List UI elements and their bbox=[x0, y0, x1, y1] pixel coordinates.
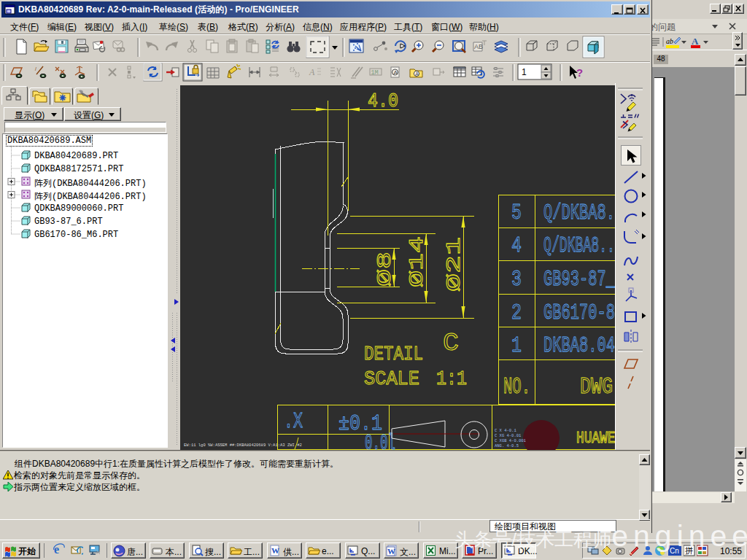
svg-text:SCALE: SCALE bbox=[364, 368, 419, 390]
svg-text:/: / bbox=[35, 66, 36, 71]
svg-text:W: W bbox=[387, 547, 395, 556]
svg-text:Q/DKBA8..: Q/DKBA8.. bbox=[543, 233, 615, 258]
svg-text:1: 1 bbox=[511, 333, 522, 358]
svg-text:EW:11 lg0 %W:ASSEM ##:DKBA80: EW:11 lg0 %W:ASSEM ##:DKBA80420689 V:A1:… bbox=[184, 443, 302, 448]
svg-text:DETAIL: DETAIL bbox=[364, 343, 423, 365]
svg-text:0.0l: 0.0l bbox=[365, 432, 395, 450]
svg-text:Ø8: Ø8 bbox=[374, 252, 396, 287]
svg-text:4: 4 bbox=[511, 233, 522, 258]
svg-text:?: ? bbox=[576, 66, 583, 79]
svg-text:DKBA8.04: DKBA8.04 bbox=[543, 333, 615, 358]
svg-text:1: 1 bbox=[522, 67, 527, 77]
svg-text:.X: .X bbox=[284, 410, 303, 434]
svg-text:GB93-87_: GB93-87_ bbox=[543, 267, 615, 292]
svg-text:Q/DKBA8.: Q/DKBA8. bbox=[543, 201, 615, 225]
svg-text:5: 5 bbox=[511, 201, 522, 225]
svg-text:A: A bbox=[692, 36, 699, 47]
svg-text:ANG. 4-0.5: ANG. 4-0.5 bbox=[495, 443, 519, 448]
svg-text:DWG: DWG bbox=[580, 374, 613, 400]
svg-text:A: A bbox=[394, 69, 398, 76]
svg-text:3: 3 bbox=[511, 267, 522, 292]
svg-text:HUAWEI: HUAWEI bbox=[576, 429, 615, 448]
svg-text:1M: 1M bbox=[371, 69, 379, 77]
svg-text:C XG 4-0.01: C XG 4-0.01 bbox=[495, 433, 522, 438]
svg-text:GB6170-8: GB6170-8 bbox=[543, 300, 615, 325]
svg-text:C XGB 4-0.001: C XGB 4-0.001 bbox=[495, 438, 527, 443]
svg-text:4.0: 4.0 bbox=[368, 90, 398, 112]
svg-text:C: C bbox=[443, 329, 459, 358]
svg-text:AB: AB bbox=[474, 43, 483, 50]
svg-text:A: A bbox=[309, 67, 315, 77]
svg-text:NO.: NO. bbox=[503, 374, 530, 400]
svg-text:1:1: 1:1 bbox=[436, 368, 467, 390]
svg-text:A: A bbox=[415, 71, 419, 77]
svg-text:C X 4-0.1: C X 4-0.1 bbox=[495, 428, 516, 433]
svg-text:Ø21: Ø21 bbox=[443, 237, 465, 292]
svg-text:Ø14: Ø14 bbox=[406, 236, 428, 287]
svg-text:W: W bbox=[271, 546, 279, 555]
svg-text:ab: ab bbox=[666, 37, 673, 45]
svg-text:2: 2 bbox=[511, 300, 522, 325]
